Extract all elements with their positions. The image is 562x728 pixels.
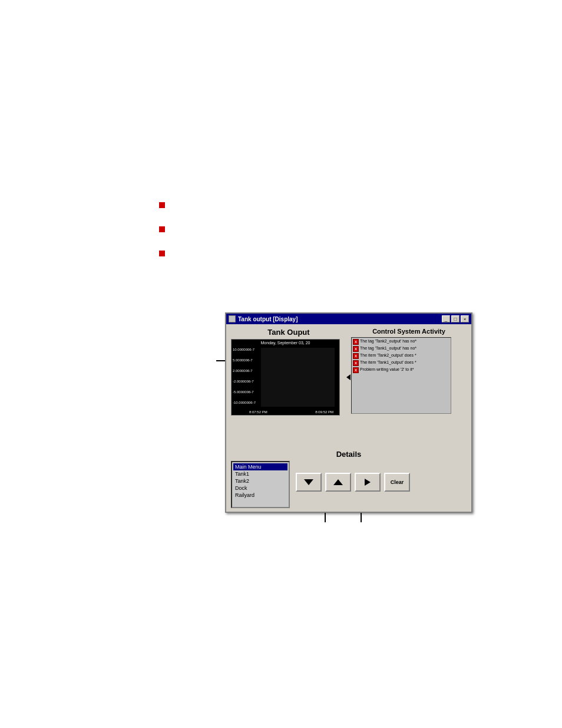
y-label-3: 2.0000006-7 <box>233 369 256 373</box>
bullet-icon-2 <box>159 226 165 232</box>
minimize-button[interactable]: _ <box>442 315 450 322</box>
tank-output-section: Tank Ouput Monday, September 03, 20 10.0… <box>231 328 346 446</box>
chart-plot-area <box>261 348 335 407</box>
menu-item-railyard[interactable]: Railyard <box>233 492 287 499</box>
details-title: Details <box>231 450 467 459</box>
details-section: Details Main Menu Tank1 Tank2 Dock Raily… <box>231 450 467 508</box>
tank-output-title: Tank Ouput <box>231 328 346 337</box>
down-arrow-icon <box>304 479 313 485</box>
y-label-5: -5.0000006-7 <box>233 390 256 394</box>
y-label-6: -10.0000006-7 <box>233 401 256 404</box>
arrow-line-1 <box>325 512 326 522</box>
activity-icon-2: X <box>353 346 359 352</box>
tank-output-chart: Monday, September 03, 20 10.0000006-7 5.… <box>231 339 340 416</box>
tank-output-window: Tank output [Display] _ □ × Tank Ouput M… <box>225 312 472 513</box>
up-button[interactable] <box>325 473 351 492</box>
activity-icon-3: X <box>353 353 359 359</box>
window-content: Tank Ouput Monday, September 03, 20 10.0… <box>226 324 471 512</box>
maximize-button[interactable]: □ <box>451 315 459 322</box>
bullet-list <box>159 200 171 273</box>
enter-icon <box>365 479 371 486</box>
chart-x-labels: 8:07:52 PM 8:09:52 PM <box>249 410 333 414</box>
window-controls[interactable]: _ □ × <box>442 315 469 322</box>
y-label-1: 10.0000006-7 <box>233 348 256 351</box>
activity-text-5: Problem writing value '2' to it* <box>360 367 414 372</box>
chart-date: Monday, September 03, 20 <box>261 341 310 345</box>
control-system-section: Control System Activity X The tag 'Tank2… <box>351 328 467 446</box>
title-left: Tank output [Display] <box>229 315 297 322</box>
activity-item-2: X The tag 'Tank1_output' has no* <box>353 346 449 352</box>
y-label-2: 5.0000006-7 <box>233 358 256 362</box>
close-button[interactable]: × <box>461 315 469 322</box>
activity-text-2: The tag 'Tank1_output' has no* <box>360 346 416 351</box>
x-label-2: 8:09:52 PM <box>315 410 333 414</box>
arrow-line-2 <box>361 512 362 522</box>
control-system-title: Control System Activity <box>351 328 467 335</box>
menu-item-tank1[interactable]: Tank1 <box>233 470 287 477</box>
activity-text-4: The item 'Tank1_output' does * <box>360 360 416 365</box>
details-content: Main Menu Tank1 Tank2 Dock Railyard <box>231 461 467 508</box>
activity-item-3: X The item 'Tank2_output' does * <box>353 353 449 359</box>
enter-button[interactable] <box>355 473 381 492</box>
bullet-item-3 <box>159 249 171 256</box>
top-section: Tank Ouput Monday, September 03, 20 10.0… <box>231 328 467 446</box>
details-buttons: Clear <box>296 473 410 492</box>
bullet-item-2 <box>159 225 171 232</box>
menu-item-main-menu[interactable]: Main Menu <box>233 463 287 470</box>
down-button[interactable] <box>296 473 322 492</box>
menu-item-tank2[interactable]: Tank2 <box>233 477 287 485</box>
bullet-icon-3 <box>159 251 165 256</box>
activity-icon-5: X <box>353 367 359 373</box>
window-titlebar: Tank output [Display] _ □ × <box>226 314 471 324</box>
window-title: Tank output [Display] <box>238 316 297 322</box>
y-label-4: -2.0000006-7 <box>233 380 256 383</box>
window-app-icon <box>229 315 236 322</box>
bullet-icon-1 <box>159 202 165 208</box>
activity-list: X The tag 'Tank2_output' has no* X The t… <box>351 337 451 414</box>
details-menu[interactable]: Main Menu Tank1 Tank2 Dock Railyard <box>231 461 290 508</box>
activity-text-1: The tag 'Tank2_output' has no* <box>360 339 416 344</box>
activity-item-5: X Problem writing value '2' to it* <box>353 367 449 373</box>
bullet-item-1 <box>159 200 171 208</box>
activity-icon-4: X <box>353 360 359 366</box>
clear-button[interactable]: Clear <box>384 473 410 492</box>
up-arrow-icon <box>333 479 343 485</box>
menu-item-dock[interactable]: Dock <box>233 485 287 492</box>
activity-item-1: X The tag 'Tank2_output' has no* <box>353 339 449 345</box>
activity-item-4: X The item 'Tank1_output' does * <box>353 360 449 366</box>
chart-y-labels: 10.0000006-7 5.0000006-7 2.0000006-7 -2.… <box>233 348 256 404</box>
activity-text-3: The item 'Tank2_output' does * <box>360 353 416 358</box>
x-label-1: 8:07:52 PM <box>249 410 267 414</box>
activity-icon-1: X <box>353 339 359 345</box>
